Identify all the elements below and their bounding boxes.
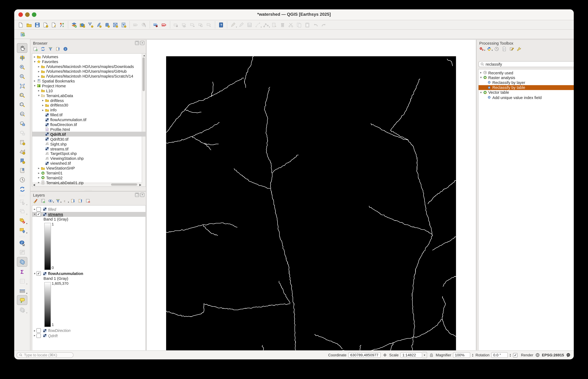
new-print-layout-icon[interactable] [42, 21, 49, 29]
history-icon[interactable] [494, 46, 500, 52]
expander-icon[interactable]: ▾ [33, 60, 36, 63]
crs-globe-icon[interactable] [535, 353, 540, 357]
layer-visibility-checkbox[interactable] [36, 333, 41, 338]
expander-icon[interactable]: ▸ [37, 70, 41, 73]
options-icon[interactable] [516, 46, 522, 52]
zoom-full-icon[interactable] [17, 81, 27, 90]
tree-item-add-unique-value-index-field[interactable]: Add unique value index field [479, 95, 574, 100]
expander-icon[interactable]: ▸ [37, 171, 41, 174]
layer-item-flowacummulation[interactable]: ▾✓flowAcummulation [32, 271, 145, 276]
new-3d-map-view-icon[interactable] [17, 147, 27, 156]
pan-to-selection-icon[interactable] [17, 53, 27, 62]
tree-item-project-home[interactable]: ▾Project Home [32, 83, 145, 88]
open-project-icon[interactable] [25, 21, 32, 29]
tree-item--volumes-macintosh-hd-users-ma[interactable]: ▸/Volumes/Macintosh HD/Users/maples/Down… [32, 64, 145, 69]
toolbox-search[interactable]: reclassify ✕ [479, 61, 574, 67]
processing-toolbox-icon[interactable] [17, 257, 27, 267]
expander-icon[interactable]: ▸ [41, 99, 45, 102]
add-web-layer-icon[interactable] [78, 21, 86, 29]
expander-icon[interactable]: ▸ [479, 71, 483, 74]
scale-combo-arrow-icon[interactable]: ▼ [422, 352, 427, 358]
expander-icon[interactable]: ▸ [37, 65, 41, 68]
expander-icon[interactable]: ▸ [33, 79, 36, 83]
layer-item-streams[interactable]: ▾✓streams [32, 212, 145, 217]
magnifier-input[interactable]: 100% [453, 352, 470, 358]
magnifier-spinner[interactable]: ▲▼ [472, 353, 474, 357]
models-icon[interactable]: ▾ [479, 46, 485, 52]
rotation-spinner[interactable]: ▲▼ [509, 353, 511, 357]
scale-combo[interactable]: 1:14822 [401, 352, 422, 358]
expand-all-icon[interactable] [70, 198, 76, 204]
layer-item-qdrift[interactable]: ▸Qdrift [32, 333, 145, 338]
tree-item-terrain02[interactable]: ▸Terrain02 [32, 175, 145, 180]
layout-manager-icon[interactable] [50, 21, 57, 29]
messages-icon[interactable] [566, 353, 571, 357]
pin-labels-icon[interactable]: ab [152, 21, 159, 29]
expander-icon[interactable]: ▸ [41, 108, 45, 112]
select-by-location-icon[interactable]: ▾ [17, 225, 27, 234]
zoom-native-icon[interactable]: 1:1 [17, 110, 27, 118]
expander-icon[interactable]: ▾ [33, 272, 36, 275]
zoom-last-icon[interactable]: < [17, 119, 27, 128]
tree-item-streams-tif[interactable]: streams.tif [32, 146, 145, 151]
tree-item-reclassify-by-layer[interactable]: Reclassify by layer [479, 80, 574, 85]
coordinate-input[interactable]: 630789,4850977 [348, 352, 381, 358]
tree-item-viewstationshp[interactable]: ▸ViewStationSHP [32, 166, 145, 171]
tree-item--volumes-macintosh-hd-users-ma[interactable]: ▸/Volumes/Macintosh HD/Users/maples/Scra… [32, 74, 145, 79]
help-icon[interactable]: ? [217, 21, 225, 29]
edit-in-place-icon[interactable] [509, 46, 515, 52]
tree-item-favorites[interactable]: ▾Favorites [32, 59, 145, 64]
tree-item-raster-analysis[interactable]: ▾Raster analysis [479, 75, 574, 80]
results-viewer-icon[interactable] [501, 46, 507, 52]
refresh-map-icon[interactable] [17, 185, 27, 194]
new-shapefile-layer-icon[interactable] [87, 21, 94, 29]
tree-item-terrainlabdata01-zip[interactable]: ▸TerrainLabData01.zip [32, 180, 145, 185]
tree-item-vector-table[interactable]: ▾Vector table [479, 90, 574, 95]
tree-item--volumes[interactable]: ▸/Volumes [32, 54, 145, 59]
open-layer-styling-icon[interactable] [32, 198, 39, 204]
measure-icon[interactable]: ▾ [17, 286, 27, 295]
layer-visibility-checkbox[interactable] [36, 328, 41, 333]
tree-item-profile-html[interactable]: </>Profile.html [32, 127, 145, 132]
filter-browser-icon[interactable] [47, 46, 54, 52]
expander-icon[interactable]: ▸ [33, 207, 36, 211]
tree-item-l10[interactable]: ▸L10 [32, 88, 145, 93]
expander-icon[interactable]: ▾ [33, 84, 36, 88]
zoom-in-icon[interactable] [17, 63, 27, 72]
tree-item-viewingstation-shp[interactable]: ViewingStation.shp [32, 156, 145, 161]
python-icon[interactable]: ▾ [486, 46, 492, 52]
layer-visibility-checkbox[interactable]: ✓ [36, 212, 41, 217]
deselect-all-icon[interactable]: ▾ [17, 216, 27, 225]
tree-item--volumes-macintosh-hd-users-ma[interactable]: ▸/Volumes/Macintosh HD/Users/maples/GitH… [32, 69, 145, 74]
tree-item-targetspot-shp[interactable]: TargetSpot.shp [32, 151, 145, 156]
map-tips-icon[interactable] [17, 295, 27, 305]
map-canvas[interactable] [166, 56, 456, 353]
zoom-to-selection-icon[interactable] [17, 91, 27, 100]
new-geopackage-layer-icon[interactable] [95, 21, 102, 29]
style-manager-icon[interactable]: a [58, 21, 66, 29]
zoom-to-layer-icon[interactable] [17, 100, 27, 109]
close-panel-icon[interactable]: ✕ [140, 193, 144, 197]
rotation-input[interactable]: 0.0 ° [491, 352, 508, 358]
close-panel-icon[interactable]: ✕ [140, 41, 144, 45]
expander-icon[interactable]: ▸ [37, 89, 41, 92]
layer-properties-icon[interactable]: i [62, 46, 69, 52]
tree-item-viewshed-tif[interactable]: viewshed.tif [32, 161, 145, 166]
filter-expression-icon[interactable]: ε▾ [62, 198, 69, 204]
locate-input[interactable]: Type to locate (⌘K) [16, 352, 74, 358]
zoom-out-icon[interactable] [17, 72, 27, 81]
new-map-view-icon[interactable] [17, 138, 27, 147]
tree-item-sight-shp[interactable]: Sight.shp [32, 142, 145, 146]
expander-icon[interactable]: ▸ [37, 176, 41, 179]
expander-icon[interactable]: ▾ [33, 213, 36, 216]
layer-visibility-checkbox[interactable]: ✓ [36, 271, 41, 276]
layer-item-flowdirection[interactable]: ▸flowDirection [32, 328, 145, 333]
tree-item-terrain01[interactable]: ▸Terrain01 [32, 171, 145, 175]
new-spatial-bookmark-icon[interactable] [17, 157, 27, 165]
tree-item-qdrift30-tif[interactable]: Qdrift30.tif [32, 137, 145, 142]
collapse-all2-icon[interactable] [77, 198, 84, 204]
collapse-all-icon[interactable] [55, 46, 61, 52]
expander-icon[interactable]: ▸ [41, 104, 45, 107]
new-temporary-scratch-layer-icon[interactable] [120, 21, 127, 29]
label-options-icon[interactable]: abc [160, 21, 168, 29]
